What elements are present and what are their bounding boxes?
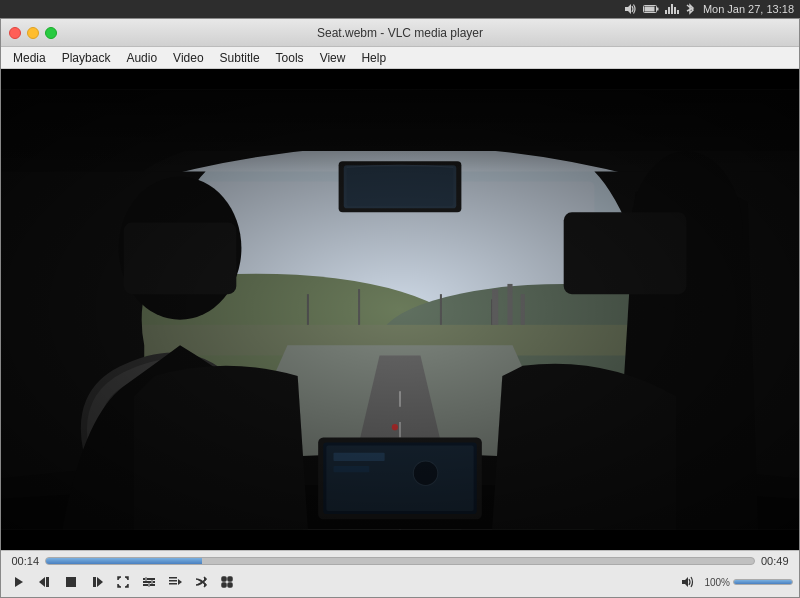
svg-rect-43 <box>46 577 49 587</box>
network-icon <box>665 2 679 16</box>
svg-marker-0 <box>625 4 631 14</box>
menu-playback[interactable]: Playback <box>54 49 119 67</box>
progress-row: 00:14 00:49 <box>7 555 793 567</box>
playlist-button[interactable] <box>163 571 187 593</box>
svg-rect-53 <box>169 577 177 579</box>
svg-rect-47 <box>143 578 155 580</box>
svg-marker-61 <box>682 577 688 587</box>
svg-rect-8 <box>677 10 679 14</box>
svg-rect-46 <box>93 577 96 587</box>
svg-rect-3 <box>656 8 658 11</box>
svg-marker-45 <box>97 577 103 587</box>
svg-rect-58 <box>228 577 232 581</box>
controls-area: 00:14 00:49 <box>1 550 799 597</box>
random-button[interactable] <box>215 571 239 593</box>
svg-rect-55 <box>169 583 177 585</box>
progress-fill <box>46 558 202 564</box>
menu-audio[interactable]: Audio <box>118 49 165 67</box>
menu-tools[interactable]: Tools <box>268 49 312 67</box>
buttons-row: 100% <box>7 571 793 593</box>
svg-marker-42 <box>39 577 45 587</box>
svg-rect-54 <box>169 580 177 582</box>
system-datetime: Mon Jan 27, 13:18 <box>703 3 794 15</box>
svg-rect-44 <box>66 577 76 587</box>
fullscreen-button[interactable] <box>111 571 135 593</box>
svg-rect-60 <box>228 583 232 587</box>
battery-icon <box>643 4 659 14</box>
extended-settings-button[interactable] <box>137 571 161 593</box>
next-button[interactable] <box>85 571 109 593</box>
time-current: 00:14 <box>7 555 39 567</box>
svg-rect-6 <box>674 7 676 14</box>
volume-fill <box>734 580 792 584</box>
system-bar: Mon Jan 27, 13:18 <box>0 0 800 18</box>
svg-marker-41 <box>15 577 23 587</box>
menu-subtitle[interactable]: Subtitle <box>212 49 268 67</box>
vlc-window: Seat.webm - VLC media player Media Playb… <box>0 18 800 598</box>
volume-slider[interactable] <box>733 579 793 585</box>
menu-video[interactable]: Video <box>165 49 211 67</box>
play-button[interactable] <box>7 571 31 593</box>
stop-button[interactable] <box>59 571 83 593</box>
volume-icon <box>623 2 637 16</box>
svg-rect-5 <box>668 7 670 14</box>
svg-rect-4 <box>671 4 673 14</box>
svg-rect-2 <box>645 7 654 11</box>
progress-bar[interactable] <box>45 557 755 565</box>
volume-slider-wrap: 100% <box>704 577 793 588</box>
video-area[interactable] <box>1 69 799 550</box>
svg-rect-51 <box>151 580 153 584</box>
title-bar: Seat.webm - VLC media player <box>1 19 799 47</box>
right-controls: 100% <box>676 571 793 593</box>
previous-button[interactable] <box>33 571 57 593</box>
window-minimize-button[interactable] <box>27 27 39 39</box>
bluetooth-icon <box>685 2 695 16</box>
menu-media[interactable]: Media <box>5 49 54 67</box>
video-frame <box>1 69 799 550</box>
svg-rect-40 <box>1 90 799 172</box>
system-tray-icons <box>623 2 695 16</box>
menu-bar: Media Playback Audio Video Subtitle Tool… <box>1 47 799 69</box>
window-title: Seat.webm - VLC media player <box>317 26 483 40</box>
left-controls <box>7 571 239 593</box>
window-controls <box>9 27 57 39</box>
svg-rect-52 <box>148 583 150 587</box>
svg-rect-59 <box>222 583 226 587</box>
time-total: 00:49 <box>761 555 793 567</box>
menu-help[interactable]: Help <box>353 49 394 67</box>
svg-rect-50 <box>145 577 147 581</box>
shuffle-button[interactable] <box>189 571 213 593</box>
volume-icon-button[interactable] <box>676 571 700 593</box>
svg-marker-56 <box>178 579 182 585</box>
svg-rect-48 <box>143 581 155 583</box>
svg-rect-57 <box>222 577 226 581</box>
window-close-button[interactable] <box>9 27 21 39</box>
menu-view[interactable]: View <box>312 49 354 67</box>
svg-rect-7 <box>665 10 667 14</box>
window-maximize-button[interactable] <box>45 27 57 39</box>
volume-label: 100% <box>704 577 730 588</box>
